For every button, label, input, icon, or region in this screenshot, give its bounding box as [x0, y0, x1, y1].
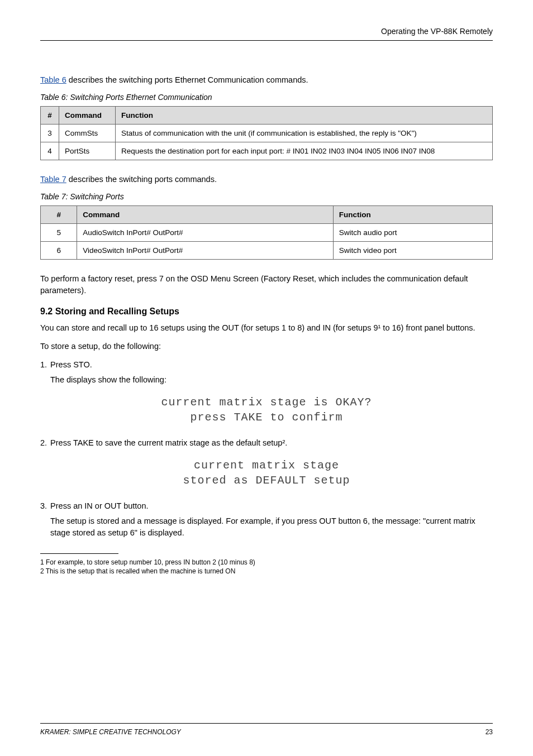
- step-2: 2.Press TAKE to save the current matrix …: [50, 437, 493, 449]
- step-1-sub: The displays show the following:: [50, 374, 166, 386]
- table6-header-func: Function: [115, 107, 492, 125]
- link-table7[interactable]: Table 7: [40, 175, 66, 184]
- link-table6[interactable]: Table 6: [40, 75, 66, 84]
- step-1-num: 1.: [40, 360, 47, 369]
- footnote-1: 1 For example, to store setup number 10,…: [40, 558, 493, 567]
- lcd-line: current matrix stage is OKAY?: [40, 396, 493, 409]
- footer-page-number: 23: [486, 728, 493, 736]
- step-1-text: Press STO.: [50, 360, 92, 369]
- table6-cell-func: Status of communication with the unit (i…: [115, 125, 492, 142]
- table6-header-row: # Command Function: [41, 107, 493, 125]
- header-rule: [40, 40, 493, 41]
- table7-cell-func: Switch audio port: [333, 224, 492, 242]
- lcd-line: press TAKE to confirm: [40, 411, 493, 424]
- table6-cell-num: 4: [41, 142, 59, 160]
- para-intro-table7-wrap: Table 7 describes the switching ports co…: [40, 174, 493, 185]
- para-intro-table7-rest: describes the switching ports commands.: [66, 175, 217, 184]
- table7-cell-cmd: VideoSwitch InPort# OutPort#: [77, 242, 334, 260]
- table7-cell-cmd: AudioSwitch InPort# OutPort#: [77, 224, 334, 242]
- step-3-num: 3.: [40, 501, 47, 510]
- para-intro-table6-rest: describes the switching ports Ethernet C…: [66, 75, 308, 84]
- header-title: Operating the VP-88K Remotely: [40, 27, 493, 36]
- table6: # Command Function 3 CommSts Status of c…: [40, 106, 493, 160]
- step-2-text: Press TAKE to save the current matrix st…: [50, 438, 287, 447]
- para-92-2: To store a setup, do the following:: [40, 341, 493, 352]
- table7-caption: Table 7: Switching Ports: [40, 192, 493, 201]
- footer-left: KRAMER: SIMPLE CREATIVE TECHNOLOGY: [40, 728, 181, 736]
- table6-header-num: #: [41, 107, 59, 125]
- footnote-2: 2 This is the setup that is recalled whe…: [40, 567, 493, 576]
- lcd-block-1: current matrix stage is OKAY? press TAKE…: [40, 396, 493, 424]
- table7-header-func: Function: [333, 206, 492, 224]
- step-1: 1.Press STO. The displays show the follo…: [50, 359, 493, 386]
- table6-cell-func: Requests the destination port for each i…: [115, 142, 492, 160]
- step-2-num: 2.: [40, 438, 47, 447]
- lcd-block-2: current matrix stage stored as DEFAULT s…: [40, 459, 493, 487]
- table6-caption: Table 6: Switching Ports Ethernet Commun…: [40, 93, 493, 102]
- table7-header-cmd: Command: [77, 206, 334, 224]
- step-3-text: Press an IN or OUT button.: [50, 501, 148, 510]
- para-92-1: You can store and recall up to 16 setups…: [40, 322, 493, 334]
- table7-header-row: # Command Function: [41, 206, 493, 224]
- table6-cell-num: 3: [41, 125, 59, 142]
- step-3-sub: The setup is stored and a message is dis…: [50, 515, 493, 539]
- table7-cell-num: 6: [41, 242, 77, 260]
- footnote-rule: [40, 553, 118, 554]
- table6-cell-cmd: CommSts: [59, 125, 116, 142]
- page-footer: KRAMER: SIMPLE CREATIVE TECHNOLOGY 23: [40, 723, 493, 736]
- table7-cell-func: Switch video port: [333, 242, 492, 260]
- table7-cell-num: 5: [41, 224, 77, 242]
- para-intro-table6-wrap: Table 6 describes the switching ports Et…: [40, 74, 493, 86]
- para-factory-reset: To perform a factory reset, press 7 on t…: [40, 273, 493, 296]
- table6-row: 4 PortSts Requests the destination port …: [41, 142, 493, 160]
- table6-header-cmd: Command: [59, 107, 116, 125]
- table7: # Command Function 5 AudioSwitch InPort#…: [40, 205, 493, 260]
- table6-cell-cmd: PortSts: [59, 142, 116, 160]
- step-3: 3.Press an IN or OUT button. The setup i…: [50, 500, 493, 539]
- lcd-line: current matrix stage: [40, 459, 493, 472]
- lcd-line: stored as DEFAULT setup: [40, 474, 493, 487]
- section-92-heading: 9.2 Storing and Recalling Setups: [40, 307, 493, 317]
- table6-row: 3 CommSts Status of communication with t…: [41, 125, 493, 142]
- table7-row: 5 AudioSwitch InPort# OutPort# Switch au…: [41, 224, 493, 242]
- table7-header-num: #: [41, 206, 77, 224]
- table7-row: 6 VideoSwitch InPort# OutPort# Switch vi…: [41, 242, 493, 260]
